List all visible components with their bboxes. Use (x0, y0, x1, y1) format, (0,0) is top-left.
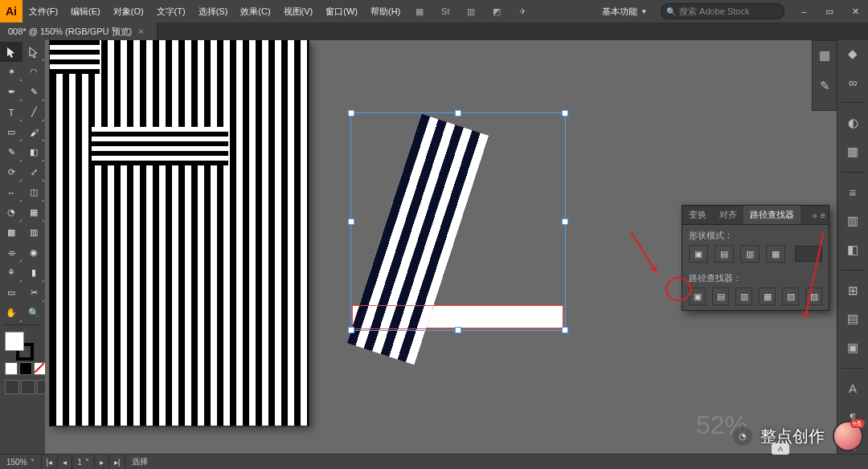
handle-top-left[interactable] (348, 110, 354, 116)
pf-outline[interactable]: ▧ (782, 288, 799, 305)
color-panel-icon[interactable]: ◐ (841, 114, 864, 132)
artboard-nav-first[interactable]: |◂ (42, 455, 59, 469)
slice-tool[interactable]: ✂ (23, 283, 45, 303)
zoom-level[interactable]: 150% ˅ (0, 455, 42, 469)
pf-merge[interactable]: ▥ (735, 288, 752, 305)
menu-view[interactable]: 视图(V) (277, 0, 320, 22)
eraser-tool[interactable]: ◧ (23, 142, 45, 162)
handle-bot-left[interactable] (348, 327, 354, 333)
shape-builder-tool[interactable]: ◔ (0, 202, 23, 222)
share-icon[interactable]: ✈ (513, 2, 532, 21)
menu-edit[interactable]: 编辑(E) (64, 0, 107, 22)
align-panel-icon[interactable]: ▤ (841, 310, 864, 328)
zoom-tool[interactable]: 🔍 (23, 303, 45, 323)
tab-align[interactable]: 对齐 (713, 206, 743, 224)
handle-top-mid[interactable] (455, 110, 461, 116)
lasso-tool[interactable]: ◠ (23, 62, 45, 82)
pen-tool[interactable]: ✒ (0, 82, 23, 102)
libraries-panel-icon[interactable]: ✎ (813, 76, 836, 96)
mesh-tool[interactable]: ▩ (0, 222, 23, 243)
menu-select[interactable]: 选择(S) (192, 0, 235, 22)
menu-effect[interactable]: 效果(C) (234, 0, 276, 22)
opentype-panel-icon[interactable]: O (841, 437, 864, 455)
menu-type[interactable]: 文字(T) (150, 0, 192, 22)
tab-pathfinder[interactable]: 路径查找器 (743, 206, 800, 224)
scale-tool[interactable]: ⤢ (23, 162, 45, 182)
magic-wand-tool[interactable]: ✶ (0, 62, 23, 82)
transparency-panel-icon[interactable]: ▥ (841, 212, 864, 230)
cc-libraries-icon[interactable]: ∞ (841, 74, 864, 92)
search-field[interactable]: 🔍 搜索 Adobe Stock (661, 3, 784, 19)
line-segment-tool[interactable]: ╱ (23, 102, 45, 122)
workspace-switcher[interactable]: 基本功能 ▾ (594, 3, 654, 19)
rectangle-tool[interactable]: ▭ (0, 122, 23, 142)
selection-tool[interactable] (0, 42, 23, 62)
character-panel-icon[interactable]: A (841, 380, 864, 398)
panel-menu-icon[interactable]: ≡ (821, 210, 825, 220)
pathfinder-panel-icon[interactable]: ▣ (841, 339, 864, 357)
layers-panel-icon[interactable]: ◆ (841, 45, 864, 63)
handle-bot-mid[interactable] (455, 327, 461, 333)
expand-button[interactable] (795, 246, 822, 262)
restore-button[interactable]: ▭ (817, 0, 842, 22)
curvature-tool[interactable]: ✎ (23, 82, 45, 102)
draw-behind-btn[interactable] (21, 380, 35, 394)
panel-collapse-icon[interactable]: » (812, 210, 817, 220)
rotate-tool[interactable]: ⟳ (0, 162, 23, 182)
artboard-nav-last[interactable]: ▸| (109, 455, 126, 469)
menu-window[interactable]: 窗口(W) (319, 0, 364, 22)
color-mode-btn[interactable] (5, 362, 18, 375)
menu-help[interactable]: 帮助(H) (364, 0, 407, 22)
handle-bot-right[interactable] (562, 327, 568, 333)
gradient-panel-icon[interactable]: ◧ (841, 241, 864, 259)
artboard-nav-next[interactable]: ▸ (95, 455, 109, 469)
menu-object[interactable]: 对象(O) (107, 0, 150, 22)
shape-mode-unite[interactable]: ▣ (689, 245, 708, 263)
fill-swatch[interactable] (5, 332, 24, 351)
minimize-button[interactable]: – (791, 0, 817, 22)
arrange-icon[interactable]: ▥ (461, 2, 481, 21)
artboard-tool[interactable]: ▭ (0, 283, 23, 303)
free-transform-tool[interactable]: ◫ (23, 182, 45, 202)
direct-selection-tool[interactable] (23, 42, 45, 62)
gpu-icon[interactable]: ◩ (487, 2, 506, 21)
stroke-panel-icon[interactable]: ≡ (841, 184, 864, 202)
gradient-mode-btn[interactable] (19, 362, 32, 375)
artboard-nav-prev[interactable]: ◂ (58, 455, 72, 469)
pf-minus-back[interactable]: ▨ (805, 288, 822, 305)
handle-mid-right[interactable] (562, 218, 568, 225)
close-icon[interactable]: × (138, 27, 143, 36)
symbol-sprayer-tool[interactable]: ⚘ (0, 263, 23, 283)
hand-tool[interactable]: ✋ (0, 303, 23, 323)
shaper-tool[interactable]: ✎ (0, 142, 23, 162)
width-tool[interactable]: ↔ (0, 182, 23, 202)
pf-trim[interactable]: ▤ (712, 288, 729, 305)
tab-transform[interactable]: 变换 (682, 206, 713, 224)
menu-file[interactable]: 文件(F) (23, 0, 64, 22)
paintbrush-tool[interactable]: 🖌 (23, 122, 45, 142)
type-tool[interactable]: T (0, 102, 23, 122)
bridge-icon[interactable]: ▦ (410, 2, 429, 21)
draw-normal-btn[interactable] (5, 380, 19, 394)
swatches-panel-icon[interactable]: ▦ (841, 143, 864, 161)
perspective-grid-tool[interactable]: ▦ (23, 202, 45, 222)
paragraph-panel-icon[interactable]: ¶ (841, 409, 864, 426)
handle-top-right[interactable] (562, 110, 568, 116)
handle-mid-left[interactable] (348, 218, 354, 225)
transform-panel-icon[interactable]: ⊞ (841, 282, 864, 300)
document-tab[interactable]: 008* @ 150% (RGB/GPU 预览) × (0, 22, 158, 40)
fill-stroke-swatch[interactable] (0, 332, 50, 394)
blend-tool[interactable]: ◉ (23, 243, 45, 263)
shape-mode-intersect[interactable]: ▥ (740, 245, 760, 263)
shape-mode-exclude[interactable]: ▦ (766, 245, 785, 263)
column-graph-tool[interactable]: ▮ (23, 263, 45, 283)
gradient-tool[interactable]: ▥ (23, 222, 45, 243)
properties-panel-icon[interactable]: ▦ (813, 46, 836, 65)
eyedropper-tool[interactable]: ⌯ (0, 243, 23, 263)
pf-divide[interactable]: ▣ (689, 288, 706, 305)
close-button[interactable]: ✕ (842, 0, 868, 22)
stock-icon[interactable]: St (436, 2, 455, 21)
artboard-nav-current[interactable]: 1 ˅ (72, 455, 95, 469)
pf-crop[interactable]: ▦ (759, 288, 776, 305)
shape-mode-minus[interactable]: ▤ (714, 245, 734, 263)
